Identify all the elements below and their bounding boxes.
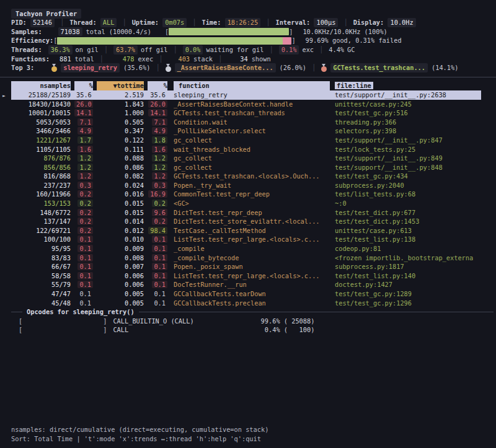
table-row[interactable]: ► 55/79 0.1 0.006 0.1 DocTestRunner.__ru… [0, 280, 496, 289]
table-row[interactable]: ► 153/153 0.2 0.015 0.2 <GC> ~:0 [0, 199, 496, 208]
samples-total: 71038 [58, 27, 82, 37]
table-row[interactable]: ► 237/237 0.3 0.024 0.3 Popen._try_wait … [0, 181, 496, 190]
cell-tottime: 0.012 [97, 226, 144, 235]
cell-cumulative-pct: 0.2 [148, 199, 167, 208]
cell-nsamples: 153/153 [11, 199, 71, 208]
cell-nsamples: 25188/25189 [11, 90, 71, 100]
table-row[interactable]: ► 10001/10015 14.1 1.000 14.1 GCTests.te… [0, 108, 496, 118]
functions-shown-value: 34 [240, 55, 247, 64]
cell-tottime: 0.086 [97, 163, 144, 172]
cell-function: DictTest.test_repr_deep [174, 208, 330, 217]
functions-exec-text: exec [138, 55, 153, 64]
table-row[interactable]: ► 25188/25189 35.6 2.519 35.6 sleeping_r… [0, 90, 496, 100]
cell-function: TestCase._callTestMethod [174, 226, 330, 235]
threads-gc-pct: 4.4% [329, 45, 344, 55]
cell-file-line: test/lock_tests.py:25 [335, 145, 481, 154]
separator: │ [55, 18, 69, 27]
separator: │ [260, 18, 275, 27]
time-value: 18:26:25 [225, 18, 261, 27]
separator: │ [187, 18, 202, 27]
cell-direct-pct: 4.9 [74, 126, 93, 136]
thread-label: Thread: [69, 18, 96, 27]
table-row[interactable]: ► 816/868 1.2 0.082 1.2 GCTests.test_tra… [0, 172, 496, 181]
table-row[interactable]: ► 137/147 0.2 0.014 0.2 DictTest.test_st… [0, 217, 496, 226]
cell-tottime: 0.082 [97, 172, 144, 181]
separator: │ [150, 63, 165, 72]
cell-file-line: test/support/__init__.py:849 [335, 154, 481, 163]
table-row[interactable]: ► 83/83 0.1 0.008 0.1 _compile_bytecode … [0, 253, 496, 263]
cell-cumulative-pct: 1.6 [148, 145, 167, 154]
table-row[interactable]: ► 122/69721 0.2 0.012 98.4 TestCase._cal… [0, 226, 496, 235]
cell-file-line: <frozen importlib._bootstrap_externa [335, 253, 481, 263]
table-row[interactable]: ► 18430/18430 26.0 1.843 26.0 _AssertRai… [0, 100, 496, 109]
threads-exc-text: exc [302, 45, 314, 55]
table-row[interactable]: ► 5053/5053 7.1 0.505 7.1 Condition.wait… [0, 118, 496, 127]
top3-second-name: _AssertRaisesBaseConte... [175, 63, 276, 72]
efficiency-bar-close-bracket: ] [291, 36, 295, 45]
cell-file-line: test/test_gc.py:516 [335, 108, 481, 118]
opcode-bar-close-bracket: ] [103, 317, 107, 326]
table-row[interactable]: ► 856/856 1.2 0.086 1.2 gc_collect test/… [0, 163, 496, 172]
table-row[interactable]: ► 47/47 0.1 0.005 0.1 GCCallbackTests.te… [0, 289, 496, 299]
cell-direct-pct: 0.1 [74, 280, 93, 289]
cell-tottime: 0.014 [97, 217, 144, 226]
display-value: 10.0Hz [388, 18, 415, 27]
uptime-label: Uptime: [132, 18, 159, 27]
opcode-row: [ ] CALL 0.4% ( 100) [0, 325, 496, 335]
cell-direct-pct: 0.3 [74, 181, 93, 190]
table-header-row: nsamples % ▼tottime % function file:line [0, 81, 496, 90]
column-header-cumulative-pct[interactable]: % [148, 81, 167, 90]
top3-third-pct: (14.1%) [432, 63, 458, 72]
table-row[interactable]: ► 1221/1267 1.7 0.122 1.8 gc_collect tes… [0, 136, 496, 145]
status-line: PID: 52146 │ Thread: ALL │ Uptime: 0m07s… [0, 18, 496, 27]
table-row[interactable]: ► 100/100 0.1 0.010 0.1 ListTest.test_re… [0, 235, 496, 244]
samples-suffix: total (10000.4/s) [86, 27, 151, 37]
pid-value: 52146 [30, 18, 55, 27]
table-row[interactable]: ► 58/58 0.1 0.006 0.1 ListTest.test_repr… [0, 271, 496, 281]
threads-line: Threads: 36.3% on gil │ 63.7% off gil │ … [0, 45, 496, 55]
cell-function: GCTests.test_trashcan.<locals>.Ouch... [174, 172, 330, 181]
column-header-function[interactable]: function [174, 81, 330, 90]
cell-cumulative-pct: 14.1 [148, 108, 167, 118]
functions-stack-text: stack [193, 55, 213, 64]
cell-cumulative-pct: 0.2 [148, 217, 167, 226]
cell-nsamples: 876/876 [11, 154, 71, 163]
table-row[interactable]: ► 45/48 0.1 0.005 0.1 GCCallbackTests.pr… [0, 299, 496, 308]
column-header-tottime-sorted[interactable]: ▼tottime [97, 81, 144, 90]
threads-on-gil-text: on gil [76, 45, 99, 55]
cell-tottime: 0.007 [97, 262, 144, 271]
cell-cumulative-pct: 0.1 [148, 289, 167, 299]
table-row[interactable]: ► 66/67 0.1 0.007 0.1 Popen._posix_spawn… [0, 262, 496, 271]
cell-direct-pct: 0.2 [74, 217, 93, 226]
cell-file-line: ~:0 [335, 199, 481, 208]
cell-function: _compile_bytecode [174, 253, 330, 263]
cell-nsamples: 3466/3466 [11, 126, 71, 136]
cell-cumulative-pct: 1.8 [148, 136, 167, 145]
cell-file-line: test/test_dict.py:677 [335, 208, 481, 217]
column-header-nsamples[interactable]: nsamples [11, 81, 71, 90]
cell-tottime: 0.024 [97, 181, 144, 190]
cell-file-line: test/test_dict.py:1453 [335, 217, 481, 226]
function-table-body: ► 25188/25189 35.6 2.519 35.6 sleeping_r… [0, 90, 496, 307]
cell-cumulative-pct: 0.1 [148, 271, 167, 281]
column-header-file-line[interactable]: file:line [335, 81, 481, 90]
table-row[interactable]: ► 95/95 0.1 0.009 0.1 _compile codeop.py… [0, 244, 496, 253]
thread-value[interactable]: ALL [100, 18, 117, 27]
cell-direct-pct: 14.1 [74, 108, 93, 118]
table-row[interactable]: ► 876/876 1.2 0.088 1.2 gc_collect test/… [0, 154, 496, 163]
top3-first-pct: (35.6%) [123, 63, 150, 72]
table-row[interactable]: ► 160/11966 0.2 0.016 16.9 CommonTest.te… [0, 190, 496, 199]
cell-direct-pct: 0.2 [74, 190, 93, 199]
threads-on-gil-pct: 36.3% [48, 45, 73, 55]
table-row[interactable]: ► 3466/3466 4.9 0.347 4.9 _PollLikeSelec… [0, 126, 496, 136]
separator: │ [213, 55, 228, 64]
cell-function: GCCallbackTests.preclean [174, 299, 330, 308]
table-row[interactable]: ► 148/6772 0.2 0.015 9.6 DictTest.test_r… [0, 208, 496, 217]
threads-gc-text: GC [347, 45, 355, 55]
table-row[interactable]: ► 1105/1105 1.6 0.111 1.6 wait_threads_b… [0, 145, 496, 154]
cell-cumulative-pct: 1.2 [148, 172, 167, 181]
cell-tottime: 1.843 [97, 100, 144, 109]
cell-cumulative-pct: 16.9 [148, 190, 167, 199]
display-label: Display: [353, 18, 384, 27]
column-header-direct-pct[interactable]: % [74, 81, 93, 90]
